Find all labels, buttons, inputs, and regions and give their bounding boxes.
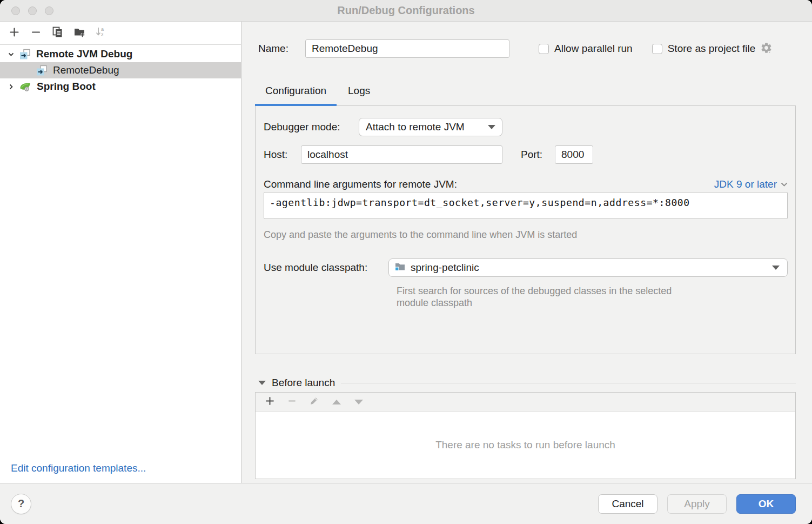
titlebar: Run/Debug Configurations — [0, 0, 812, 22]
question-mark-icon: ? — [18, 498, 24, 510]
chevron-down-icon — [488, 125, 495, 129]
configurations-sidebar: a z — [0, 22, 241, 483]
configurations-tree: Remote JVM Debug RemoteDebug — [0, 45, 241, 95]
remote-jvm-debug-icon — [36, 64, 48, 77]
apply-button[interactable]: Apply — [667, 494, 727, 514]
before-launch-title: Before launch — [272, 377, 335, 389]
host-input[interactable] — [301, 145, 502, 164]
tab-logs[interactable]: Logs — [337, 85, 381, 106]
cmdline-label-row: Command line arguments for remote JVM: J… — [264, 178, 788, 190]
name-label: Name: — [258, 43, 296, 55]
tree-item-remote-jvm-debug[interactable]: Remote JVM Debug — [0, 46, 241, 62]
move-task-down-button[interactable] — [351, 395, 366, 409]
cmdline-hint: Copy and paste the arguments to the comm… — [264, 229, 788, 241]
help-button[interactable]: ? — [11, 494, 31, 514]
allow-parallel-run-checkbox[interactable]: Allow parallel run — [539, 43, 633, 55]
add-icon — [9, 27, 19, 39]
remove-icon — [287, 396, 297, 408]
tree-item-spring-boot[interactable]: Spring Boot — [0, 78, 241, 95]
chevron-down-icon — [772, 266, 780, 270]
debugger-mode-row: Debugger mode: Attach to remote JVM — [264, 118, 788, 136]
allow-parallel-run-label: Allow parallel run — [554, 43, 633, 55]
remote-jvm-debug-icon — [19, 48, 31, 61]
debugger-mode-label: Debugger mode: — [264, 121, 351, 133]
jdk-version-selector[interactable]: JDK 9 or later — [714, 178, 788, 190]
tree-item-label: Remote JVM Debug — [36, 48, 132, 60]
checkbox-icon — [652, 44, 662, 54]
port-label: Port: — [521, 149, 547, 161]
tree-item-remotedebug[interactable]: RemoteDebug — [0, 62, 241, 78]
store-as-project-file-label: Store as project file — [668, 43, 756, 55]
dialog-footer: ? Cancel Apply OK — [0, 483, 812, 524]
module-classpath-row: Use module classpath: spring-petclinic — [264, 258, 788, 277]
close-window-button[interactable] — [11, 6, 20, 15]
tab-configuration[interactable]: Configuration — [255, 85, 337, 106]
module-classpath-hint: First search for sources of the debugged… — [397, 285, 683, 309]
remove-icon — [31, 27, 41, 39]
chevron-down-icon[interactable] — [5, 50, 17, 58]
move-up-icon — [332, 400, 341, 404]
remove-configuration-button[interactable] — [29, 26, 43, 41]
add-icon — [265, 396, 274, 408]
store-options-button[interactable] — [760, 42, 773, 56]
minimize-window-button[interactable] — [28, 6, 37, 15]
move-down-icon — [354, 400, 363, 404]
host-label: Host: — [264, 149, 293, 161]
debugger-mode-select[interactable]: Attach to remote JVM — [359, 118, 502, 136]
configuration-tabs: Configuration Logs — [255, 85, 796, 106]
sort-configurations-button[interactable]: a z — [93, 26, 108, 41]
ok-button[interactable]: OK — [736, 494, 796, 514]
edit-configuration-templates-link[interactable]: Edit configuration templates... — [11, 462, 146, 474]
chevron-down-icon — [781, 180, 788, 189]
edit-icon — [309, 396, 319, 408]
edit-task-button[interactable] — [307, 395, 321, 409]
copy-configuration-button[interactable] — [50, 26, 65, 41]
module-classpath-value: spring-petclinic — [411, 262, 479, 274]
configuration-content: Name: Allow parallel run Store as projec… — [241, 22, 812, 483]
module-icon — [394, 261, 406, 275]
collapse-triangle-icon[interactable] — [258, 381, 266, 385]
svg-text:z: z — [101, 32, 104, 37]
host-port-row: Host: Port: — [264, 145, 788, 164]
before-launch-box: There are no tasks to run before launch — [255, 392, 796, 479]
cmdline-arguments-textarea[interactable]: -agentlib:jdwp=transport=dt_socket,serve… — [264, 192, 788, 219]
jdk-version-value: JDK 9 or later — [714, 178, 777, 190]
sort-alpha-icon: a z — [95, 26, 107, 40]
zoom-window-button[interactable] — [45, 6, 53, 15]
sidebar-toolbar: a z — [0, 22, 241, 45]
spring-boot-icon — [19, 80, 32, 93]
port-input[interactable] — [555, 145, 593, 164]
name-input[interactable] — [305, 39, 509, 58]
remove-task-button[interactable] — [285, 395, 299, 409]
new-folder-icon — [73, 26, 85, 40]
module-classpath-label: Use module classpath: — [264, 262, 381, 274]
run-debug-configurations-dialog: Run/Debug Configurations — [0, 0, 812, 524]
tree-item-label: Spring Boot — [37, 81, 96, 92]
before-launch-empty-state: There are no tasks to run before launch — [256, 412, 795, 479]
new-folder-button[interactable] — [72, 26, 86, 41]
before-launch-toolbar — [256, 393, 795, 412]
configuration-panel: Debugger mode: Attach to remote JVM Host… — [255, 105, 796, 354]
cmdline-label: Command line arguments for remote JVM: — [264, 178, 457, 190]
add-task-button[interactable] — [263, 395, 277, 409]
copy-icon — [52, 26, 63, 40]
debugger-mode-value: Attach to remote JVM — [366, 121, 465, 133]
gear-icon — [760, 42, 773, 56]
move-task-up-button[interactable] — [329, 395, 344, 409]
empty-message: There are no tasks to run before launch — [435, 439, 615, 451]
window-title: Run/Debug Configurations — [337, 4, 474, 17]
section-divider — [341, 383, 796, 383]
add-configuration-button[interactable] — [7, 26, 22, 41]
checkbox-icon — [539, 44, 549, 54]
chevron-right-icon[interactable] — [5, 83, 17, 91]
cancel-button[interactable]: Cancel — [598, 494, 657, 514]
traffic-lights — [11, 6, 53, 15]
module-classpath-select[interactable]: spring-petclinic — [388, 258, 788, 277]
store-as-project-file-checkbox[interactable]: Store as project file — [652, 43, 756, 55]
svg-text:a: a — [101, 26, 104, 32]
before-launch-header[interactable]: Before launch — [258, 377, 796, 389]
tree-item-label: RemoteDebug — [53, 64, 119, 76]
